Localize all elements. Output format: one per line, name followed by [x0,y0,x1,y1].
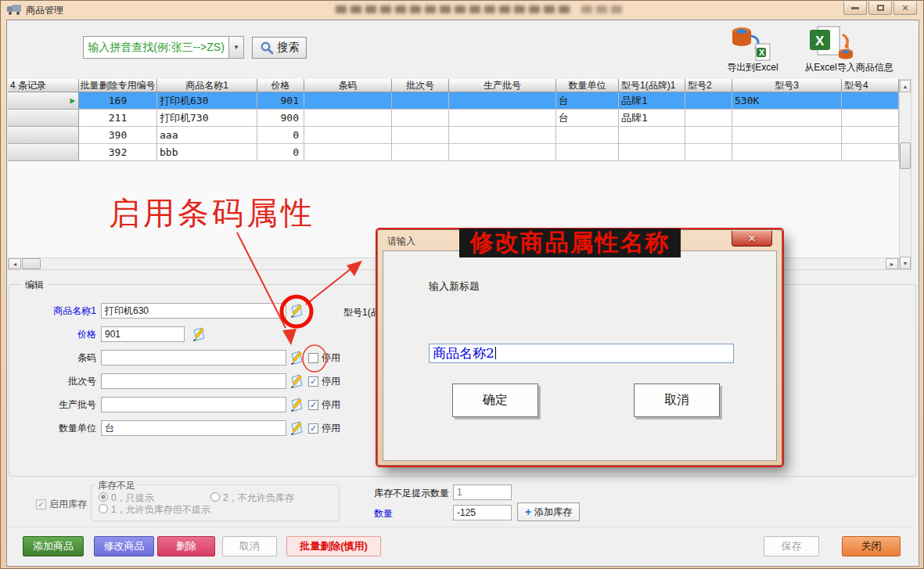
barcode-disable-checkbox[interactable] [308,353,318,363]
cancel-button[interactable]: 取消 [222,536,277,556]
column-header[interactable]: 批次号 [392,79,449,92]
column-header[interactable]: 商品名称1 [157,79,257,92]
cell-id[interactable]: 169 [79,92,157,110]
maximize-button[interactable] [868,2,892,15]
column-header[interactable]: 数量单位 [556,79,619,92]
cell-barcode[interactable] [304,127,392,144]
cell-batch[interactable] [392,110,449,127]
cell-barcode[interactable] [304,92,392,110]
cell-name[interactable]: bbb [157,144,257,161]
batch-delete-button[interactable]: 批量删除(慎用) [286,536,381,556]
add-product-button[interactable]: 添加商品 [23,536,84,556]
price-input[interactable]: 901 [101,326,185,342]
unit-input[interactable]: 台 [101,420,286,436]
cell-prod-batch[interactable] [449,110,556,127]
cell-model1[interactable] [619,144,685,161]
edit-attribute-icon[interactable] [191,326,208,343]
cell-barcode[interactable] [304,144,392,161]
prod-batch-disable-checkbox[interactable] [308,400,318,410]
hscroll-thumb[interactable] [22,258,41,269]
cell-model3[interactable]: 530K [732,92,842,110]
cell-name[interactable]: 打印机630 [157,92,257,110]
cell-model3[interactable] [732,127,842,144]
column-header[interactable]: 型号2 [685,79,732,92]
radio-prompt-only[interactable] [99,492,108,502]
scroll-down-icon[interactable]: ▼ [900,257,911,269]
search-combo-text[interactable]: 输入拼音查找(例:张三-->ZS) [84,37,228,58]
enable-stock-checkbox[interactable] [36,499,46,510]
save-button[interactable]: 保存 [764,536,819,556]
cell-model2[interactable] [685,144,732,161]
column-header[interactable]: 型号4 [842,79,899,92]
cell-price[interactable]: 900 [257,110,304,127]
cell-model4[interactable] [842,127,899,144]
cell-model4[interactable] [842,110,899,127]
minimize-button[interactable] [843,2,867,15]
cell-model3[interactable] [732,110,842,127]
chevron-down-icon[interactable]: ▼ [228,37,243,58]
table-row[interactable]: ▶ 169 打印机630 901 台 品牌1 530K [8,92,899,110]
cell-price[interactable]: 0 [257,127,304,144]
column-header[interactable]: 条码 [304,79,392,92]
export-to-excel-label[interactable]: 导出到Excel [719,61,786,73]
cell-unit[interactable] [556,127,619,144]
cell-model1[interactable] [619,127,685,144]
warn-qty-input[interactable]: 1 [453,484,512,500]
cell-model2[interactable] [685,110,732,127]
cell-batch[interactable] [392,92,449,110]
prod-batch-input[interactable] [101,397,286,412]
cell-price[interactable]: 0 [257,144,304,161]
edit-attribute-icon[interactable] [289,420,306,437]
edit-attribute-icon[interactable] [289,373,306,390]
column-header[interactable]: 型号1(品牌)1 [619,79,685,92]
cell-id[interactable]: 211 [79,110,157,127]
qty-input[interactable]: -125 [453,505,512,520]
table-row[interactable]: 392 bbb 0 [8,144,899,161]
cell-model4[interactable] [842,92,899,110]
titlebar[interactable]: 商品管理 ✕ [1,1,923,18]
column-header[interactable]: 型号3 [732,79,842,92]
close-window-button[interactable]: ✕ [893,2,917,15]
close-button[interactable]: 关闭 [842,536,901,556]
radio-no-negative[interactable] [210,492,220,502]
add-stock-button[interactable]: + 添加库存 [517,502,580,521]
dialog-ok-button[interactable]: 确定 [452,384,538,417]
cell-prod-batch[interactable] [449,127,556,144]
scroll-right-icon[interactable]: ► [886,258,898,269]
cell-batch[interactable] [392,127,449,144]
dialog-cancel-button[interactable]: 取消 [634,384,720,417]
import-from-excel-label[interactable]: 从Excel导入商品信息 [780,61,918,73]
cell-unit[interactable] [556,144,619,161]
cell-model2[interactable] [685,127,732,144]
batch-disable-checkbox[interactable] [308,376,318,387]
cell-price[interactable]: 901 [257,92,304,110]
radio-allow-negative[interactable] [99,504,108,513]
cell-name[interactable]: 打印机730 [157,110,257,127]
vscroll-thumb[interactable] [900,142,911,169]
cell-prod-batch[interactable] [449,92,556,110]
column-header[interactable]: 批量删除专用编号 [79,79,157,92]
modify-product-button[interactable]: 修改商品 [94,536,154,556]
edit-attribute-icon[interactable] [289,396,306,413]
table-row[interactable]: 211 打印机730 900 台 品牌1 [8,110,899,127]
pinyin-search-combo[interactable]: 输入拼音查找(例:张三-->ZS) ▼ [83,36,244,59]
scroll-up-icon[interactable]: ▲ [900,80,911,92]
dialog-close-icon[interactable]: ✕ [732,231,772,247]
cell-prod-batch[interactable] [449,144,556,161]
cell-model1[interactable]: 品牌1 [619,92,685,110]
cell-model3[interactable] [732,144,842,161]
edit-attribute-icon[interactable] [289,302,306,319]
barcode-input[interactable] [101,350,286,366]
vertical-scrollbar[interactable]: ▲ ▼ [899,79,911,270]
table-row[interactable]: 390 aaa 0 [8,127,899,144]
cell-unit[interactable]: 台 [556,92,619,110]
cell-model2[interactable] [685,92,732,110]
unit-disable-checkbox[interactable] [308,423,318,434]
name-input[interactable]: 打印机630 [101,303,286,319]
cell-name[interactable]: aaa [157,127,257,144]
batch-input[interactable] [101,373,286,389]
cell-id[interactable]: 392 [79,144,157,161]
cell-id[interactable]: 390 [79,127,157,144]
column-header[interactable]: 生产批号 [449,79,556,92]
scroll-left-icon[interactable]: ◄ [9,258,21,269]
